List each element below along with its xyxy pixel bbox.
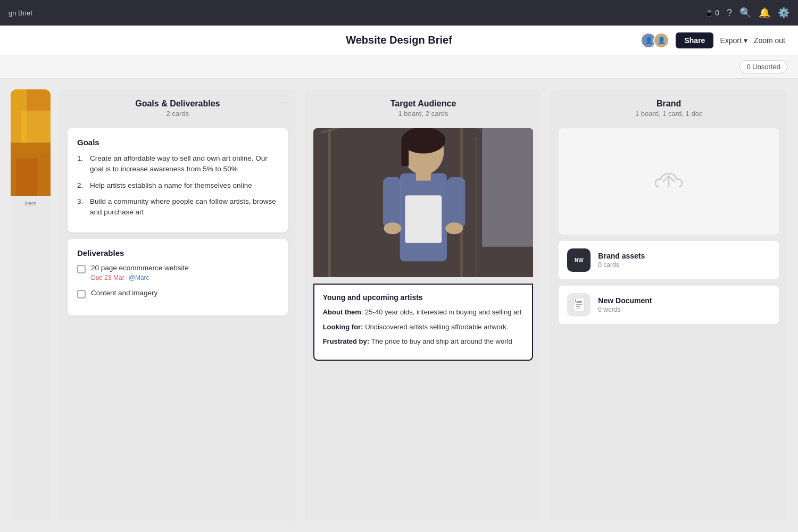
goal-item-2: Help artists establish a name for themse…	[77, 180, 278, 191]
goals-column-header: Goals & Deliverables 2 cards —	[59, 89, 296, 122]
brand-upload-area[interactable]	[559, 128, 779, 235]
audience-frustrated-text: The price to buy and ship art around the…	[371, 337, 512, 345]
brand-column-content: NW Brand assets 0 cards T	[550, 122, 787, 521]
svg-rect-11	[482, 128, 534, 247]
settings-icon[interactable]: ⚙️	[778, 7, 789, 19]
topbar-title: gn Brief	[9, 9, 32, 17]
svg-rect-4	[16, 159, 37, 196]
svg-point-19	[384, 222, 401, 234]
audience-about-row: About them: 25-40 year olds, interested …	[323, 307, 524, 318]
goals-card-title: Goals	[77, 138, 278, 147]
goals-column-subtitle: 2 cards	[70, 110, 286, 118]
bell-icon[interactable]: 🔔	[759, 7, 770, 19]
goal-item-1: Create an affordable way to sell and own…	[77, 153, 278, 175]
brand-assets-icon: NW	[567, 248, 591, 272]
audience-frustrated-row: Frustrated by: The price to buy and ship…	[323, 336, 524, 347]
new-doc-icon: T	[567, 293, 591, 317]
checkbox-1[interactable]	[77, 265, 86, 273]
deliverable-2: Content and imagery	[77, 289, 278, 298]
goals-column-title: Goals & Deliverables	[70, 99, 286, 109]
user-avatars: 👤 👤	[641, 32, 669, 48]
audience-column-content: Young and upcoming artists About them: 2…	[305, 122, 542, 521]
share-button[interactable]: Share	[676, 32, 713, 48]
phone-badge[interactable]: 📱 0	[704, 9, 719, 17]
audience-about-label: About them	[323, 308, 361, 316]
upload-icon	[653, 168, 685, 195]
goals-column-content: Goals Create an affordable way to sell a…	[59, 122, 296, 521]
checkbox-2[interactable]	[77, 290, 86, 298]
brand-assets-name: Brand assets	[598, 252, 645, 260]
brand-assets-info: Brand assets 0 cards	[598, 252, 645, 269]
svg-point-20	[445, 222, 463, 234]
svg-rect-16	[383, 177, 401, 229]
brand-column: Brand 1 board, 1 card, 1 doc NW Brand as…	[550, 89, 787, 521]
audience-about-text: : 25-40 year olds, interested in buying …	[361, 308, 521, 316]
svg-rect-6	[328, 129, 331, 277]
audience-card-title: Young and upcoming artists	[323, 293, 524, 302]
phone-icon: 📱	[704, 9, 713, 17]
topbar: gn Brief 📱 0 ? 🔍 🔔 ⚙️	[0, 0, 798, 26]
goals-card: Goals Create an affordable way to sell a…	[68, 128, 288, 232]
audience-column-title: Target Audience	[315, 99, 531, 109]
brand-column-title: Brand	[561, 99, 777, 109]
header-actions: 👤 👤 Share Export ▾ Zoom out	[641, 32, 785, 48]
new-doc-name: New Document	[598, 296, 652, 305]
deliverable-1: 20 page ecommmerce website Due 23 Mar @M…	[77, 264, 278, 281]
audience-svg	[313, 128, 534, 277]
deliverable-1-meta: Due 23 Mar @Marc	[91, 274, 189, 281]
unsorted-badge[interactable]: 0 Unsorted	[739, 60, 787, 73]
deliverable-2-text: Content and imagery	[91, 289, 157, 297]
partial-image	[11, 89, 51, 196]
help-icon[interactable]: ?	[727, 7, 732, 19]
new-doc-info: New Document 0 words	[598, 296, 652, 313]
partial-label: irers	[11, 196, 51, 211]
brand-column-subtitle: 1 board, 1 card, 1 doc	[561, 110, 777, 118]
page-title: Website Design Brief	[346, 34, 452, 46]
zoom-button[interactable]: Zoom out	[754, 36, 785, 45]
audience-image	[313, 128, 534, 277]
svg-rect-9	[475, 137, 478, 277]
brand-assets-icon-label: NW	[575, 257, 584, 263]
goals-list: Create an affordable way to sell and own…	[77, 153, 278, 218]
audience-looking-row: Looking for: Undiscovered artists sellin…	[323, 322, 524, 332]
deliverable-1-info: 20 page ecommmerce website Due 23 Mar @M…	[91, 264, 189, 281]
partial-art-svg	[11, 89, 51, 196]
brand-assets-sub: 0 cards	[598, 261, 645, 269]
search-icon[interactable]: 🔍	[739, 7, 751, 19]
partial-column: irers	[11, 89, 51, 521]
export-chevron-icon: ▾	[744, 36, 747, 45]
svg-rect-21	[416, 170, 431, 180]
deliverable-1-text: 20 page ecommmerce website	[91, 264, 189, 272]
brand-assets-item[interactable]: NW Brand assets 0 cards	[559, 241, 779, 279]
audience-column: Target Audience 1 board, 2 cards	[305, 89, 542, 521]
avatar-2: 👤	[653, 32, 669, 48]
canvas: irers Goals & Deliverables 2 cards — Goa…	[0, 79, 798, 532]
svg-rect-18	[405, 195, 442, 243]
audience-looking-label: Looking for:	[323, 323, 363, 331]
svg-rect-17	[447, 177, 465, 229]
document-icon: T	[572, 297, 585, 312]
deliverables-card: Deliverables 20 page ecommmerce website …	[68, 239, 288, 315]
audience-text-card: Young and upcoming artists About them: 2…	[313, 284, 534, 361]
audience-column-subtitle: 1 board, 2 cards	[315, 110, 531, 118]
svg-rect-14	[401, 140, 409, 166]
brand-column-header: Brand 1 board, 1 card, 1 doc	[550, 89, 787, 122]
audience-frustrated-label: Frustrated by:	[323, 337, 369, 345]
due-tag-1: Due 23 Mar	[91, 274, 124, 281]
new-document-item[interactable]: T New Document 0 words	[559, 286, 779, 324]
deliverables-card-title: Deliverables	[77, 248, 278, 257]
new-doc-sub: 0 words	[598, 306, 652, 313]
goal-item-3: Build a community where people can follo…	[77, 196, 278, 218]
export-label: Export	[720, 36, 741, 45]
audience-looking-text: Undiscovered artists selling affordable …	[365, 323, 508, 331]
export-button[interactable]: Export ▾	[720, 36, 747, 45]
topbar-icons: 📱 0 ? 🔍 🔔 ⚙️	[704, 7, 789, 19]
minimize-icon[interactable]: —	[280, 98, 288, 106]
user-tag-1: @Marc	[129, 274, 149, 281]
svg-text:T: T	[575, 299, 576, 302]
header: Website Design Brief 👤 👤 Share Export ▾ …	[0, 26, 798, 55]
phone-count: 0	[715, 9, 719, 17]
audience-column-header: Target Audience 1 board, 2 cards	[305, 89, 542, 122]
goals-column: Goals & Deliverables 2 cards — Goals Cre…	[59, 89, 296, 521]
subtoolbar: 0 Unsorted	[0, 55, 798, 79]
